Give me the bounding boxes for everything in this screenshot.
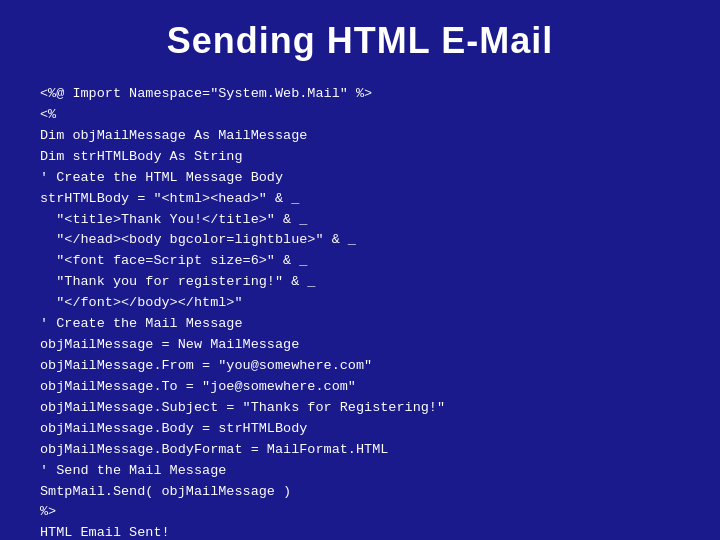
page-title: Sending HTML E-Mail bbox=[40, 20, 680, 62]
code-block: <%@ Import Namespace="System.Web.Mail" %… bbox=[40, 84, 680, 540]
main-container: Sending HTML E-Mail <%@ Import Namespace… bbox=[0, 0, 720, 540]
